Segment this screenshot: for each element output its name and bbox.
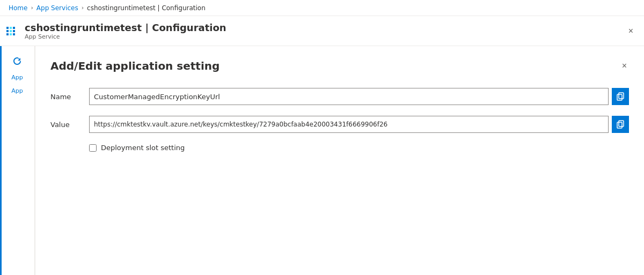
name-label: Name [50, 93, 83, 101]
deployment-slot-row: Deployment slot setting [89, 144, 629, 152]
svg-rect-12 [617, 122, 622, 128]
svg-rect-0 [6, 27, 9, 29]
breadcrumb-sep-1: › [31, 4, 33, 11]
value-input[interactable] [89, 116, 609, 133]
breadcrumb-home[interactable]: Home [9, 4, 27, 12]
svg-rect-9 [619, 93, 624, 99]
page-title: cshostingruntimetest | Configuration [25, 22, 226, 33]
page-subtitle: App Service [25, 33, 226, 40]
sidebar: App App [0, 46, 35, 275]
value-copy-button[interactable] [612, 116, 629, 133]
breadcrumb: Home › App Services › cshostingruntimete… [0, 0, 644, 16]
svg-rect-2 [6, 33, 9, 35]
refresh-button[interactable] [6, 50, 28, 72]
name-copy-button[interactable] [612, 88, 629, 105]
name-field-row: Name [50, 88, 629, 105]
svg-rect-3 [10, 27, 12, 29]
modal-dialog: Add/Edit application setting × Name [35, 46, 644, 275]
breadcrumb-current: cshostingruntimetest | Configuration [87, 4, 206, 12]
svg-rect-7 [13, 30, 15, 32]
page-close-button[interactable]: × [626, 24, 635, 38]
value-label: Value [50, 121, 83, 129]
value-field-row: Value [50, 116, 629, 133]
content-area: ++ New application setting N V D A A D A… [35, 46, 644, 275]
modal-title: Add/Edit application setting [50, 60, 219, 72]
modal-close-button[interactable]: × [620, 59, 629, 73]
deployment-slot-checkbox[interactable] [89, 144, 97, 152]
svg-rect-5 [10, 33, 12, 35]
breadcrumb-app-services[interactable]: App Services [36, 4, 78, 12]
name-input-wrapper [89, 88, 629, 105]
name-input[interactable] [89, 88, 609, 105]
azure-app-service-icon [4, 24, 19, 39]
modal-header: Add/Edit application setting × [50, 59, 629, 73]
sidebar-app-label-2[interactable]: App [11, 87, 23, 94]
svg-rect-4 [10, 30, 12, 32]
svg-rect-1 [6, 30, 9, 32]
page-header: cshostingruntimetest | Configuration App… [0, 16, 644, 46]
sidebar-app-label[interactable]: App [11, 74, 23, 81]
svg-rect-6 [13, 27, 15, 29]
sidebar-accent [0, 46, 2, 275]
svg-rect-11 [619, 121, 624, 127]
svg-rect-10 [617, 94, 622, 100]
breadcrumb-sep-2: › [82, 4, 84, 11]
deployment-slot-label: Deployment slot setting [101, 144, 185, 152]
value-input-wrapper [89, 116, 629, 133]
svg-rect-8 [13, 33, 15, 35]
